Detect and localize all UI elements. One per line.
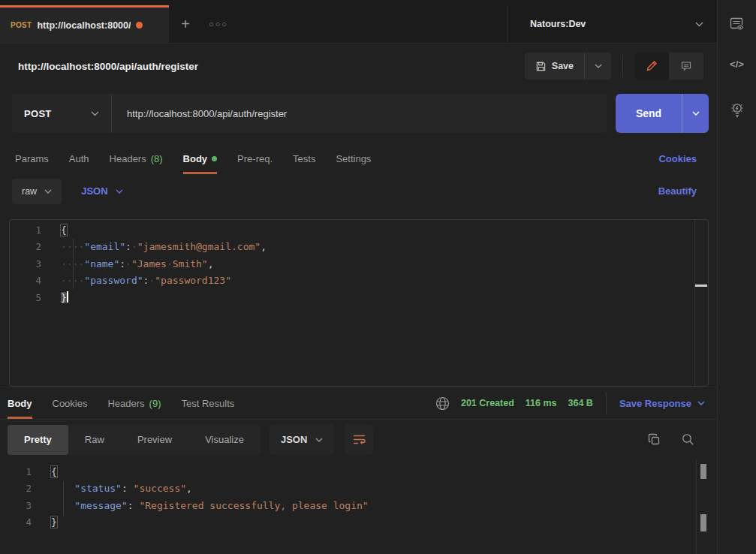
response-tab-cookies[interactable]: Cookies (53, 387, 88, 419)
code-line[interactable]: 2 "status": "success", (0, 480, 717, 497)
url-input[interactable] (111, 94, 607, 133)
save-floppy-icon (535, 61, 547, 72)
save-options-button[interactable] (584, 53, 611, 80)
line-number: 4 (0, 514, 32, 531)
send-options-button[interactable] (682, 94, 709, 133)
tab-strip-spacer (235, 5, 507, 43)
tab-pre-request[interactable]: Pre-req. (237, 143, 273, 174)
postbot-lightbulb-button[interactable] (729, 101, 745, 119)
response-tab-test-results[interactable]: Test Results (182, 387, 235, 419)
new-tab-button[interactable]: + (169, 5, 202, 43)
status-badge[interactable]: 201 Created (461, 398, 514, 408)
response-body-viewer[interactable]: 1{2 "status": "success",3 "message": "Re… (0, 459, 717, 554)
editor-overview-ruler[interactable] (694, 220, 708, 386)
method-selector[interactable]: POST (12, 94, 111, 133)
request-title-row: http://localhost:8000/api/auth/register … (0, 44, 717, 89)
more-dots-icon: ○○○ (209, 20, 228, 29)
edit-comment-toggle (634, 53, 703, 80)
code-line[interactable]: 5} (10, 290, 708, 306)
beautify-link[interactable]: Beautify (658, 185, 697, 197)
tab-auth[interactable]: Auth (69, 143, 89, 174)
chevron-down-icon (692, 111, 700, 116)
code-line[interactable]: 1{ (10, 222, 708, 239)
tab-tests[interactable]: Tests (293, 143, 315, 174)
view-raw[interactable]: Raw (68, 425, 121, 455)
view-pretty[interactable]: Pretty (8, 425, 68, 455)
environment-name: Natours:Dev (530, 19, 695, 29)
code-line[interactable]: 2····"email":·"jamesmith@gmail.com", (10, 239, 708, 255)
copy-button[interactable] (648, 433, 661, 446)
code-line[interactable]: 3····"name":·"James·Smith", (10, 256, 708, 272)
save-button[interactable]: Save (525, 53, 584, 80)
chevron-down-icon (315, 438, 323, 442)
cursor-position-marker (695, 285, 707, 287)
scrollbar-mark[interactable] (700, 514, 706, 531)
body-language-selected: JSON (81, 185, 107, 197)
edit-mode-button[interactable] (634, 53, 669, 80)
cookies-link[interactable]: Cookies (658, 153, 697, 164)
response-headers-count: (9) (149, 398, 161, 409)
plus-icon: + (181, 16, 190, 33)
globe-icon (435, 396, 450, 411)
chevron-down-icon (595, 64, 602, 68)
response-time[interactable]: 116 ms (526, 398, 557, 408)
line-number: 5 (10, 290, 41, 306)
comment-icon (680, 60, 692, 72)
chevron-down-icon (44, 189, 52, 194)
line-number: 2 (0, 480, 32, 497)
tab-options-button[interactable]: ○○○ (202, 5, 235, 43)
request-tab[interactable]: POST http://localhost:8000/ (0, 5, 169, 43)
request-body-editor[interactable]: 1{2····"email":·"jamesmith@gmail.com",3·… (9, 219, 709, 387)
tab-body[interactable]: Body (183, 143, 218, 174)
indent-guide (73, 239, 74, 289)
tab-settings[interactable]: Settings (336, 143, 371, 174)
chevron-down-icon (116, 189, 123, 194)
send-button[interactable]: Send (616, 94, 682, 133)
body-format-selector[interactable]: raw (12, 179, 62, 204)
view-visualize[interactable]: Visualize (188, 425, 261, 455)
body-format-selected: raw (22, 186, 37, 197)
headers-count: (8) (151, 153, 163, 164)
line-number: 1 (10, 222, 41, 239)
chevron-down-icon (91, 111, 99, 116)
code-line[interactable]: 1{ (0, 464, 717, 480)
body-language-selector[interactable]: JSON (81, 185, 122, 197)
unsaved-dot-icon (136, 22, 143, 29)
request-title: http://localhost:8000/api/auth/register (18, 61, 198, 72)
pencil-icon (646, 60, 658, 72)
chevron-down-icon (695, 22, 703, 27)
request-tabs: Params Auth Headers (8) Body Pre-req. Te… (0, 143, 717, 174)
line-number: 4 (10, 272, 41, 289)
wrap-text-icon (353, 434, 366, 445)
code-line[interactable]: 4····"password":·"password123" (10, 272, 708, 289)
save-button-label: Save (552, 61, 574, 71)
response-tabs-row: Body Cookies Headers (9) Test Results 20… (0, 387, 717, 419)
response-size[interactable]: 364 B (568, 398, 593, 408)
tab-headers[interactable]: Headers (8) (110, 143, 163, 174)
wrap-text-button[interactable] (345, 425, 373, 455)
view-preview[interactable]: Preview (121, 425, 188, 455)
env-quick-look-button[interactable] (729, 17, 745, 32)
response-meta: 201 Created 116 ms 364 B Save Response (435, 387, 705, 419)
line-number: 3 (10, 256, 41, 272)
tab-method-label: POST (11, 21, 32, 29)
search-icon[interactable] (682, 433, 694, 446)
response-tab-headers[interactable]: Headers (9) (107, 387, 161, 419)
send-button-group: Send (616, 94, 709, 133)
scrollbar-mark[interactable] (700, 464, 706, 479)
scrollbar-track[interactable] (696, 459, 697, 554)
line-number: 1 (0, 464, 32, 480)
response-tab-body[interactable]: Body (8, 387, 32, 419)
comments-button[interactable] (669, 53, 703, 80)
response-language-selector[interactable]: JSON (270, 425, 334, 455)
environment-selector[interactable]: Natours:Dev (507, 5, 717, 43)
code-snippet-button[interactable]: </> (730, 59, 744, 70)
tab-params[interactable]: Params (15, 143, 49, 174)
right-sidebar: </> (717, 0, 756, 554)
body-format-row: raw JSON Beautify (0, 174, 717, 208)
chevron-down-icon (697, 401, 705, 405)
save-response-button[interactable]: Save Response (619, 398, 705, 409)
code-line[interactable]: 4} (0, 514, 717, 531)
main-column: POST http://localhost:8000/ + ○○○ Natour… (0, 0, 717, 554)
code-line[interactable]: 3 "message": "Registered successfully, p… (0, 498, 717, 514)
